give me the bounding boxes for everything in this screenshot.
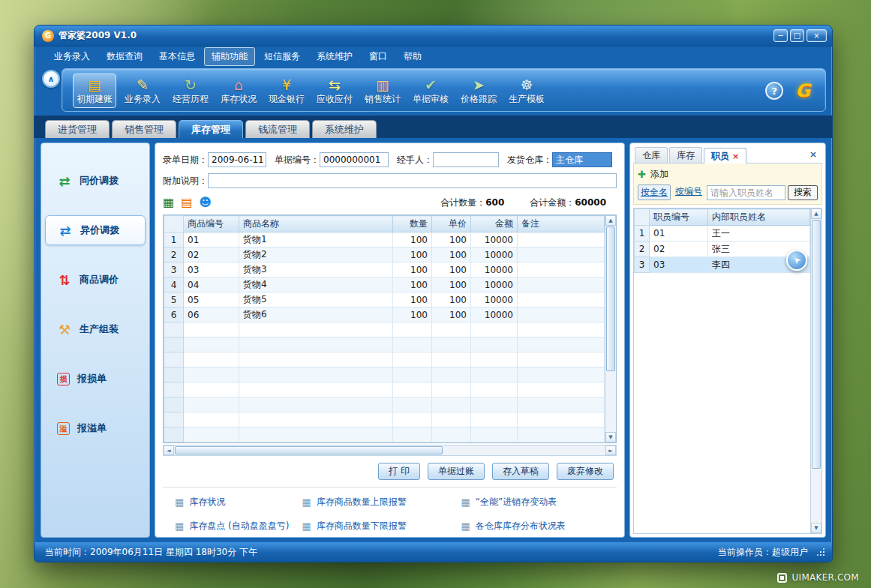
cell-note[interactable] [518,292,605,308]
calculator-icon[interactable]: ▤ [181,196,192,209]
scroll-up-button[interactable]: ▲ [811,208,821,219]
help-button[interactable]: ? [765,82,783,100]
toolbar-item-2[interactable]: ✎业务录入 [121,74,164,108]
warehouse-tab[interactable]: 仓库 [635,147,668,163]
staff-row[interactable]: 303李四 [635,257,810,273]
ship-warehouse-input[interactable] [552,152,612,167]
toolbar-item-4[interactable]: ⌂库存状况 [217,74,260,108]
cell-qty[interactable] [393,382,432,398]
cell-amount[interactable] [471,428,518,442]
cell-note[interactable] [518,338,605,352]
search-by-code-button[interactable]: 按编号 [673,184,704,200]
scroll-thumb[interactable] [606,226,615,371]
toolbar-item-7[interactable]: ▥销售统计 [361,74,404,108]
sidebar-item-3[interactable]: ⇅商品调价 [45,265,146,295]
cell-code[interactable] [184,382,239,398]
scroll-thumb[interactable] [812,220,821,469]
cell-code[interactable]: 02 [650,242,708,257]
cell-name[interactable] [239,428,393,442]
module-tab-2[interactable]: 销售管理 [112,120,176,138]
cell-qty[interactable]: 100 [393,248,432,262]
scroll-track[interactable] [174,446,605,455]
cell-code[interactable]: 02 [184,248,239,262]
cell-price[interactable] [432,398,471,412]
cell-note[interactable] [518,232,605,248]
sidebar-item-2[interactable]: ⇄异价调拨 [45,215,146,245]
staff-row[interactable]: 101王一 [635,226,810,242]
cell-note[interactable] [518,308,605,322]
table-row[interactable]: 606货物610010010000 [164,308,605,322]
cell-name[interactable] [239,368,393,382]
stock-tab[interactable]: 库存 [669,147,702,163]
panel-close-icon[interactable]: × [806,149,821,160]
menu-item-4[interactable]: 辅助功能 [204,47,255,66]
table-row-empty[interactable] [164,322,605,338]
menu-item-3[interactable]: 基本信息 [152,47,203,66]
link-almighty-flow-report[interactable]: ▦“全能”进销存变动表 [461,496,614,508]
cell-note[interactable] [518,398,605,412]
cell-amount[interactable] [471,412,518,428]
table-row[interactable]: 505货物510010010000 [164,292,605,308]
menu-item-2[interactable]: 数据查询 [99,47,150,66]
cell-qty[interactable] [393,338,432,352]
module-tab-1[interactable]: 进货管理 [45,120,110,138]
cell-name[interactable]: 王一 [708,226,810,242]
cell-qty[interactable] [393,398,432,412]
cell-amount[interactable] [471,338,518,352]
detail-grid-icon[interactable]: ▦ [163,196,174,209]
link-inventory-status[interactable]: ▦库存状况 [175,496,302,508]
table-row[interactable]: 202货物210010010000 [164,248,605,262]
cell-qty[interactable] [393,412,432,428]
cell-name[interactable] [239,352,393,368]
cell-code[interactable] [184,338,239,352]
cell-name[interactable] [239,382,393,398]
cell-code[interactable] [184,428,239,442]
toolbar-item-8[interactable]: ✔单据审核 [409,74,452,108]
cell-qty[interactable]: 100 [393,308,432,322]
table-row-empty[interactable] [164,412,605,428]
scroll-right-button[interactable]: ► [605,446,616,455]
cell-code[interactable] [184,412,239,428]
sidebar-item-6[interactable]: 溢报溢单 [45,413,146,443]
cell-note[interactable] [518,382,605,398]
scroll-thumb[interactable] [175,446,443,454]
toolbar-item-6[interactable]: ⇆应收应付 [313,74,356,108]
cell-name[interactable]: 货物1 [239,232,393,248]
cell-price[interactable]: 100 [432,278,471,292]
handler-input[interactable] [433,152,499,167]
cell-amount[interactable]: 10000 [471,248,518,262]
module-tab-4[interactable]: 钱流管理 [245,120,310,138]
cell-price[interactable]: 100 [432,248,471,262]
save-draft-button[interactable]: 存入草稿 [492,463,549,480]
collapse-toolbar-button[interactable]: ∧ [42,70,60,88]
cell-qty[interactable] [393,368,432,382]
cell-note[interactable] [518,368,605,382]
table-row-empty[interactable] [164,382,605,398]
scroll-track[interactable] [605,226,616,432]
maximize-button[interactable]: □ [790,29,804,42]
cell-code[interactable] [184,322,239,338]
cell-qty[interactable] [393,322,432,338]
cell-price[interactable]: 100 [432,232,471,248]
cell-code[interactable]: 01 [184,232,239,248]
table-row[interactable]: 404货物410010010000 [164,278,605,292]
link-stock-taking[interactable]: ▦库存盘点 (自动盘盈盘亏) [175,520,302,532]
cell-amount[interactable] [471,322,518,338]
link-stock-lower-limit-alarm[interactable]: ▦库存商品数量下限报警 [302,520,461,532]
search-by-fullname-button[interactable]: 按全名 [638,184,671,200]
cell-code[interactable]: 05 [184,292,239,308]
cell-code[interactable]: 03 [650,257,708,273]
staff-picker-icon[interactable]: ☻ [199,196,212,209]
toolbar-item-9[interactable]: ➤价格跟踪 [457,74,500,108]
scroll-track[interactable] [811,219,821,523]
note-input[interactable] [208,173,617,188]
cell-amount[interactable]: 10000 [471,278,518,292]
cell-qty[interactable]: 100 [393,232,432,248]
cell-note[interactable] [518,278,605,292]
cell-amount[interactable] [471,382,518,398]
table-row[interactable]: 303货物310010010000 [164,262,605,278]
menu-item-7[interactable]: 窗口 [362,47,395,66]
scroll-down-button[interactable]: ▼ [811,523,821,533]
module-tab-5[interactable]: 系统维护 [312,120,377,138]
cell-amount[interactable]: 10000 [471,232,518,248]
